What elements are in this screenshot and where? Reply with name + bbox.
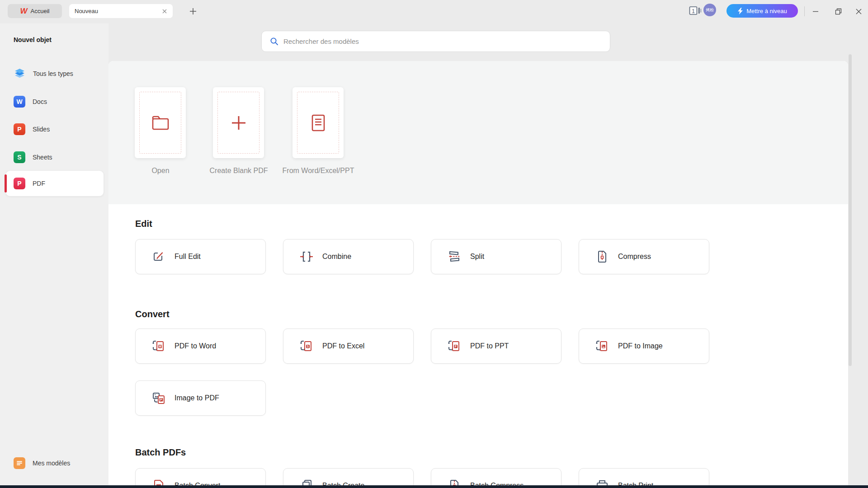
document-icon: [311, 114, 326, 131]
tab-document[interactable]: Nouveau: [69, 4, 173, 18]
upgrade-button[interactable]: Mettre à niveau: [726, 4, 798, 18]
pdf-p-icon: P: [14, 178, 25, 189]
card-label: Open: [122, 164, 199, 177]
sidebar-item-pdf-active[interactable]: P PDF: [6, 171, 104, 196]
svg-text:P: P: [455, 345, 457, 348]
compress-button[interactable]: Compress: [579, 239, 709, 274]
sidebar-item-docs[interactable]: W Docs: [0, 93, 108, 111]
wps-logo: W: [20, 7, 28, 15]
slides-p-icon: P: [14, 123, 25, 135]
tab-bar: W Accueil Nouveau 1 烤粉 Mettre à niveau: [0, 0, 868, 23]
sidebar-item-label: PDF: [33, 180, 45, 187]
section-title-edit: Edit: [135, 219, 152, 229]
tab-home[interactable]: W Accueil: [8, 4, 62, 18]
sidebar-item-label: Slides: [33, 126, 50, 133]
pdf-to-image-icon: [595, 339, 609, 353]
compress-icon: [595, 250, 609, 263]
window-count-icon: 1: [689, 5, 703, 16]
sidebar-heading: Nouvel objet: [14, 36, 52, 43]
sidebar-item-label: Mes modèles: [33, 460, 70, 467]
minimize-icon: [812, 8, 819, 15]
sidebar-item-slides[interactable]: P Slides: [0, 120, 108, 138]
docs-w-icon: W: [14, 96, 25, 108]
sidebar-item-pdf[interactable]: P PDF: [6, 174, 114, 192]
pdf-to-word-button[interactable]: W PDF to Word: [135, 328, 266, 364]
open-card[interactable]: [135, 87, 186, 158]
sidebar-item-all-types[interactable]: Tous les types: [0, 65, 108, 83]
tool-button-label: Split: [470, 253, 484, 261]
create-blank-pdf-card[interactable]: [213, 87, 264, 158]
pdf-to-image-button[interactable]: PDF to Image: [579, 328, 709, 364]
full-edit-button[interactable]: Full Edit: [135, 239, 266, 274]
split-button[interactable]: Split: [431, 239, 561, 274]
close-button[interactable]: [852, 5, 865, 18]
restore-icon: [835, 8, 842, 15]
tab-document-label: Nouveau: [75, 8, 162, 14]
svg-text:P: P: [160, 398, 162, 401]
tool-button-label: Compress: [618, 253, 651, 261]
tool-button-label: Image to PDF: [175, 394, 219, 402]
section-title-convert: Convert: [135, 309, 170, 319]
card-label: From Word/Excel/PPT: [280, 164, 357, 177]
tool-button-label: Combine: [322, 253, 351, 261]
tool-button-label: PDF to Excel: [322, 342, 364, 350]
sidebar-item-my-templates[interactable]: Mes modèles: [0, 454, 108, 472]
combine-button[interactable]: Combine: [283, 239, 414, 274]
layers-icon: [14, 68, 26, 80]
section-title-batch-pdfs: Batch PDFs: [135, 447, 186, 458]
card-label: Create Blank PDF: [200, 164, 277, 177]
tool-button-label: PDF to PPT: [470, 342, 509, 350]
main-panel: Open Create Blank PDF From Word/Excel/PP…: [108, 61, 848, 488]
window-count-button[interactable]: 1: [689, 5, 703, 16]
sidebar-item-label: Sheets: [33, 154, 52, 161]
my-templates-icon: [14, 457, 25, 469]
tool-button-label: Full Edit: [175, 253, 201, 261]
folder-icon: [151, 115, 170, 131]
image-to-pdf-button[interactable]: P Image to PDF: [135, 380, 266, 416]
close-icon: [855, 8, 862, 15]
pdf-to-excel-icon: S: [300, 339, 313, 353]
plus-icon: [230, 114, 247, 131]
new-tab-plus-icon: [189, 8, 197, 15]
sidebar-item-sheets[interactable]: S Sheets: [0, 148, 108, 166]
search-bar[interactable]: [261, 31, 610, 52]
titlebar-divider: [804, 6, 805, 16]
pdf-to-ppt-icon: P: [448, 339, 461, 353]
lightning-icon: [737, 8, 743, 14]
tool-button-label: PDF to Image: [618, 342, 663, 350]
from-word-excel-ppt-card[interactable]: [292, 87, 344, 158]
search-icon: [270, 37, 278, 46]
sidebar-item-label: Docs: [33, 98, 47, 105]
upgrade-label: Mettre à niveau: [746, 8, 787, 14]
split-icon: [448, 250, 461, 263]
sidebar: Nouvel objet Tous les types W Docs P Sli…: [0, 23, 108, 485]
svg-text:W: W: [159, 345, 162, 348]
avatar[interactable]: 烤粉: [703, 4, 716, 16]
pdf-to-word-icon: W: [152, 339, 165, 353]
tool-button-label: PDF to Word: [175, 342, 216, 350]
new-tab-button[interactable]: [188, 6, 198, 17]
sidebar-item-label: Tous les types: [33, 70, 73, 77]
sheets-s-icon: S: [14, 151, 25, 163]
image-to-pdf-icon: P: [152, 391, 165, 405]
pdf-to-excel-button[interactable]: S PDF to Excel: [283, 328, 414, 364]
full-edit-icon: [152, 250, 165, 263]
combine-icon: [300, 250, 313, 263]
svg-text:S: S: [307, 345, 309, 348]
minimize-button[interactable]: [809, 5, 822, 18]
search-input[interactable]: [283, 38, 602, 45]
restore-button[interactable]: [831, 5, 845, 18]
avatar-text: 烤粉: [706, 7, 714, 13]
scrollbar-thumb[interactable]: [849, 54, 852, 366]
taskbar-edge: [0, 485, 868, 488]
svg-text:1: 1: [692, 8, 695, 14]
tab-home-label: Accueil: [31, 8, 50, 14]
pdf-to-ppt-button[interactable]: P PDF to PPT: [431, 328, 561, 364]
tab-close-icon[interactable]: [162, 9, 167, 14]
